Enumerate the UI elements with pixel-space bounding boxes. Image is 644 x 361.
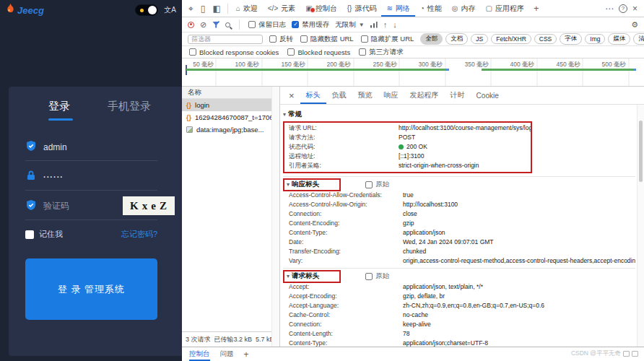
filter-option-checkbox[interactable]: 隐藏扩展 URL <box>361 35 414 44</box>
login-submit-button[interactable]: 登 录 管理系统 <box>25 258 157 320</box>
request-list-scrollbar[interactable] <box>271 87 280 347</box>
header-key: Content-Type: <box>289 339 403 347</box>
search-icon[interactable] <box>225 22 230 27</box>
details-tab[interactable]: 响应 <box>378 87 404 104</box>
blocked-option-checkbox[interactable]: Blocked requests <box>287 48 350 56</box>
drawer-tab[interactable]: 问题 <box>220 347 234 361</box>
raw-headers-checkbox[interactable]: 原始 <box>365 271 389 281</box>
raw-headers-checkbox[interactable]: 原始 <box>365 180 389 189</box>
blocked-option-checkbox[interactable]: Blocked response cookies <box>189 48 279 56</box>
devtools-panel: ⌖ ▯ ◧ ⌂ 欢迎 </> 元素 ▣ <box>182 0 644 361</box>
devtools-tab[interactable]: {} 源代码 <box>342 0 382 17</box>
close-devtools-icon[interactable]: × <box>629 1 641 17</box>
gear-icon[interactable]: ⚙ <box>631 21 638 29</box>
scrollbar-thumb[interactable] <box>639 121 643 182</box>
header-value: keep-alive <box>403 320 431 329</box>
login-tab[interactable]: 登录 <box>48 100 73 121</box>
header-row: Content-Length: 78 <box>283 329 635 339</box>
devtools-tab[interactable]: ⌂ 欢迎 <box>231 0 263 17</box>
password-field[interactable]: ······ <box>25 163 157 191</box>
header-key: Vary: <box>289 256 403 266</box>
network-toolbar: ⊘ 保留日志 禁用缓存 无限制 ▼ ↑ ↓ ⚙ <box>182 17 644 32</box>
language-switcher-icon[interactable]: 文A <box>164 5 176 15</box>
captcha-image[interactable]: KxeZ <box>123 196 175 215</box>
request-row[interactable]: login <box>182 99 271 111</box>
devtools-tab[interactable]: ◔ 性能 <box>415 0 447 17</box>
toggle-knob <box>148 6 157 14</box>
response-headers-annotation-box: ▾ 响应标头 <box>283 178 341 191</box>
details-tab[interactable]: Cookie <box>471 87 505 104</box>
header-row: Content-Type: application/json <box>283 228 635 238</box>
network-conditions-icon[interactable] <box>370 22 378 28</box>
devtools-tab[interactable]: ◎ 内存 <box>447 0 481 17</box>
tab-icon: {} <box>347 4 352 12</box>
export-har-icon[interactable]: ↓ <box>393 21 397 29</box>
remember-me-checkbox[interactable]: 记住我 <box>25 229 63 240</box>
captcha-field[interactable]: 验证码 KxeZ <box>25 193 157 220</box>
checkbox-icon <box>359 48 366 56</box>
more-options-icon[interactable]: ⋯ <box>601 1 617 17</box>
type-filter-chip[interactable]: Fetch/XHR <box>491 34 531 44</box>
device-emulation-icon[interactable]: ▯ <box>197 1 209 17</box>
resources-size: 5.7 kB 条资源 <box>256 335 271 344</box>
request-row[interactable]: 16294284670087_t=17060872... <box>182 111 271 123</box>
theme-toggle[interactable] <box>135 4 158 16</box>
details-tab[interactable]: 标头 <box>300 87 326 104</box>
blocked-option-checkbox[interactable]: 第三方请求 <box>359 48 404 57</box>
type-filter-chip[interactable]: 清单 <box>633 33 644 45</box>
type-filter-chip[interactable]: 文档 <box>445 33 468 45</box>
login-tab[interactable]: 手机登录 <box>108 100 151 121</box>
type-filter-chip[interactable]: 全部 <box>420 33 443 45</box>
type-filter-chip[interactable]: JS <box>471 34 488 44</box>
general-section-header[interactable]: ▾ 常规 <box>283 108 635 121</box>
filter-option-checkbox[interactable]: 反转 <box>269 35 293 44</box>
details-tab[interactable]: 负载 <box>326 87 352 104</box>
devtools-tab[interactable]: ▢ 应用程序 <box>481 0 529 17</box>
type-filter-chip[interactable]: Img <box>585 34 605 44</box>
header-row: Transfer-Encoding: chunked <box>283 247 635 256</box>
disclosure-triangle-icon: ▾ <box>283 111 286 118</box>
details-tab[interactable]: 预览 <box>352 87 378 104</box>
header-row: 状态代码: 200 OK <box>289 142 531 152</box>
header-key: Content-Encoding: <box>289 219 403 228</box>
drawer-tab[interactable]: 控制台 <box>189 347 210 361</box>
username-field[interactable]: admin <box>25 134 157 161</box>
details-tab[interactable]: 计时 <box>445 87 471 104</box>
filter-icon[interactable] <box>212 22 219 28</box>
add-tab-button[interactable]: + <box>529 3 544 14</box>
divider <box>227 4 228 14</box>
devtools-tab[interactable]: ≋ 网络 <box>381 0 414 17</box>
drawer-add-tab-button[interactable]: + <box>244 349 249 360</box>
close-details-icon[interactable]: × <box>284 90 299 101</box>
tab-icon: ≋ <box>386 4 392 12</box>
preserve-log-checkbox[interactable]: 保留日志 <box>248 20 286 30</box>
header-row: Accept-Encoding: gzip, deflate, br <box>283 292 635 301</box>
filter-input[interactable] <box>188 35 263 44</box>
inspect-element-icon[interactable]: ⌖ <box>185 1 197 17</box>
request-list-header[interactable]: 名称 <box>182 87 271 99</box>
blocked-bar: Blocked response cookies Blocked request… <box>182 46 644 58</box>
clear-icon[interactable]: ⊘ <box>200 21 206 29</box>
header-value: gzip <box>403 219 414 228</box>
devtools-tab[interactable]: </> 元素 <box>263 0 300 17</box>
response-headers-section-header[interactable]: ▾ 响应标头 原始 <box>283 176 635 191</box>
filter-option-checkbox[interactable]: 隐藏数据 URL <box>300 35 354 44</box>
type-filter-chip[interactable]: 字体 <box>560 33 582 45</box>
timeline-overview[interactable]: 50 毫秒100 毫秒150 毫秒200 毫秒250 毫秒300 毫秒350 毫… <box>182 58 644 87</box>
dock-side-icon[interactable]: ◧ <box>209 1 224 17</box>
type-filter-chip[interactable]: CSS <box>534 34 557 44</box>
details-tab[interactable]: 发起程序 <box>404 87 445 104</box>
help-icon[interactable]: ? <box>619 4 627 13</box>
devtools-tab[interactable]: ▣ 控制台 <box>300 0 341 17</box>
forgot-password-link[interactable]: 忘记密码? <box>121 229 157 240</box>
request-row[interactable]: data:image/jpg;base... <box>182 123 271 136</box>
tab-icon: ▢ <box>486 4 492 12</box>
throttling-dropdown[interactable]: 无限制 ▼ <box>335 20 364 30</box>
disable-cache-checkbox[interactable]: 禁用缓存 <box>292 20 329 30</box>
request-headers-section-header[interactable]: ▾ 请求标头 原始 <box>283 268 635 282</box>
details-scrollbar[interactable] <box>637 105 644 347</box>
header-key: Access-Control-Allow-Credentials: <box>289 191 403 200</box>
type-filter-chip[interactable]: 媒体 <box>608 33 630 45</box>
record-button[interactable] <box>188 22 194 28</box>
import-har-icon[interactable]: ↑ <box>383 21 388 29</box>
